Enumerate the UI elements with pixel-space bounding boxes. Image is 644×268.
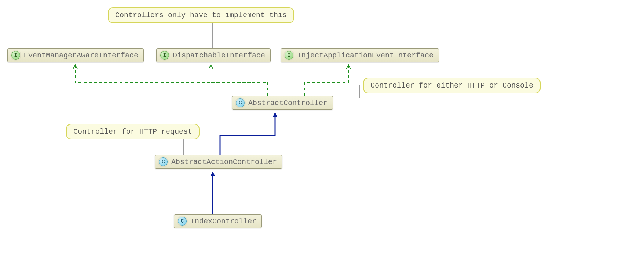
extends-edge [220, 113, 275, 155]
interface-icon: I [285, 51, 293, 60]
node-label: IndexController [190, 217, 256, 226]
interface-icon: I [160, 51, 169, 60]
class-abstract-controller: C AbstractController [232, 96, 333, 110]
interface-icon: I [11, 51, 20, 60]
note-link [359, 85, 363, 98]
class-icon: C [236, 98, 245, 107]
note-http-request: Controller for HTTP request [66, 124, 200, 139]
class-abstract-action-controller: C AbstractActionController [155, 155, 282, 169]
note-http-or-console: Controller for either HTTP or Console [363, 78, 541, 93]
implements-edge [304, 66, 348, 96]
node-label: DispatchableInterface [173, 51, 265, 60]
implements-edge [211, 66, 268, 96]
interface-dispatchable: I DispatchableInterface [156, 48, 271, 62]
note-implement: Controllers only have to implement this [108, 7, 294, 23]
class-icon: C [178, 217, 187, 226]
interface-event-manager-aware: I EventManagerAwareInterface [7, 48, 144, 62]
note-text: Controller for either HTTP or Console [370, 81, 533, 90]
interface-inject-app-event: I InjectApplicationEventInterface [281, 48, 439, 62]
class-icon: C [159, 157, 168, 166]
implements-edge [75, 66, 253, 96]
node-label: InjectApplicationEventInterface [297, 51, 433, 60]
note-text: Controllers only have to implement this [115, 11, 287, 19]
node-label: EventManagerAwareInterface [24, 51, 138, 60]
node-label: AbstractActionController [171, 158, 277, 166]
node-label: AbstractController [248, 99, 328, 107]
note-text: Controller for HTTP request [73, 127, 192, 136]
class-index-controller: C IndexController [174, 214, 262, 228]
